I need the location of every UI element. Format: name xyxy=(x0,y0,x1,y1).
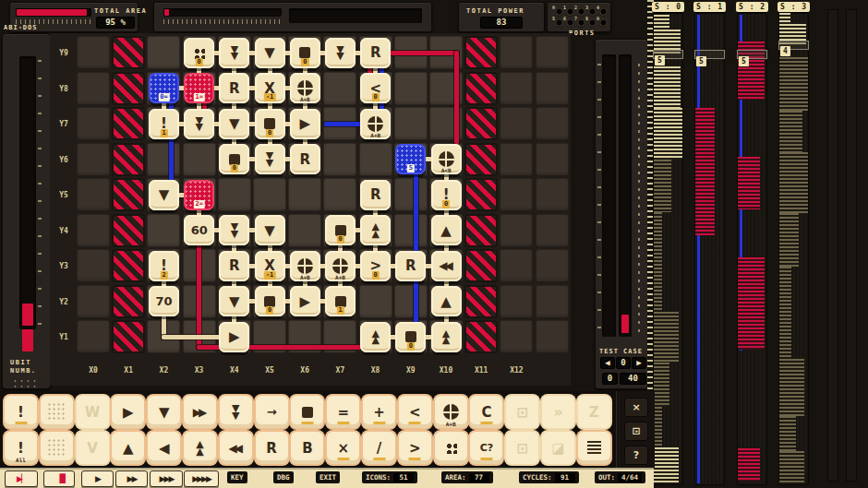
hatch-cell[interactable] xyxy=(112,36,145,69)
hatch-cell[interactable] xyxy=(464,36,498,69)
status-key-button[interactable]: KEY xyxy=(227,471,247,483)
tile-circ[interactable]: A+B xyxy=(360,109,391,139)
tile-R[interactable]: R xyxy=(360,38,391,68)
grid-cell[interactable] xyxy=(359,285,392,318)
grid-cell[interactable] xyxy=(536,143,569,176)
grid-cell[interactable] xyxy=(536,249,569,282)
port-socket[interactable] xyxy=(588,19,597,28)
palette-V-button[interactable]: V xyxy=(77,432,109,464)
grid-cell[interactable] xyxy=(536,178,569,211)
tile-dd[interactable]: ▼▼ xyxy=(219,215,249,245)
grid-cell[interactable] xyxy=(536,320,569,353)
hatch-cell[interactable] xyxy=(464,285,498,318)
grid-cell[interactable] xyxy=(147,214,180,247)
grid-cell[interactable] xyxy=(394,214,428,247)
palette-chev-button[interactable]: » xyxy=(542,396,574,428)
stack-column[interactable] xyxy=(694,13,725,485)
palette-B-button[interactable]: B xyxy=(291,432,323,464)
grid-cell[interactable] xyxy=(359,143,392,176)
palette-mul-button[interactable]: × xyxy=(327,432,359,464)
test-case-next-button[interactable]: ▶ xyxy=(632,357,646,369)
grid-cell[interactable] xyxy=(500,320,533,353)
grid-cell[interactable] xyxy=(77,36,110,69)
tile-mem-red[interactable]: 1= xyxy=(184,73,214,103)
grid-cell[interactable] xyxy=(183,143,216,176)
grid-cell[interactable] xyxy=(394,107,428,140)
grid-cell[interactable] xyxy=(323,72,356,105)
palette-doc-button[interactable] xyxy=(578,432,610,464)
hatch-cell[interactable] xyxy=(112,214,145,247)
test-case-prev-button[interactable]: ◀ xyxy=(600,357,615,369)
hatch-cell[interactable] xyxy=(112,107,145,140)
tile-sq[interactable]: 0 xyxy=(290,38,320,68)
tile-r[interactable]: ▶ xyxy=(219,322,249,352)
grid-cell[interactable] xyxy=(288,214,321,247)
grid-cell[interactable] xyxy=(77,214,110,247)
grid-cell[interactable] xyxy=(500,36,533,69)
pause-button[interactable]: ▐▐ xyxy=(43,470,75,487)
tile-d[interactable]: ▼ xyxy=(219,286,249,316)
tile-dd[interactable]: ▼▼ xyxy=(325,38,356,68)
stack-column[interactable] xyxy=(653,13,683,485)
tile-X[interactable]: X-1 xyxy=(255,251,285,281)
port-socket[interactable] xyxy=(555,19,563,28)
palette-rr-button[interactable]: ▶▶ xyxy=(184,396,216,428)
palette-grid-button[interactable] xyxy=(435,432,467,464)
tile-sq[interactable]: 1 xyxy=(325,286,356,316)
hatch-cell[interactable] xyxy=(112,143,145,176)
tile-grid[interactable]: 0 xyxy=(184,38,214,68)
tile-num[interactable]: 70 xyxy=(149,286,179,316)
hatch-cell[interactable] xyxy=(112,320,145,353)
palette-sq-button[interactable] xyxy=(291,396,323,428)
port-socket[interactable] xyxy=(577,8,585,17)
port-socket[interactable] xyxy=(577,19,585,28)
grid-cell[interactable] xyxy=(500,249,533,282)
port-socket[interactable] xyxy=(566,8,574,17)
grid-cell[interactable] xyxy=(500,178,533,211)
close-button[interactable]: × xyxy=(624,398,648,417)
grid-cell[interactable] xyxy=(77,249,110,282)
tile-bang[interactable]: !1 xyxy=(149,109,179,139)
tile-num[interactable]: 60 xyxy=(184,215,214,245)
palette-ar-button[interactable]: → xyxy=(256,396,288,428)
tile-bang[interactable]: !2 xyxy=(149,251,179,281)
hatch-cell[interactable] xyxy=(464,214,498,247)
grid-cell[interactable] xyxy=(500,143,533,176)
port-socket[interactable] xyxy=(588,8,597,17)
palette-bang-button[interactable]: ! xyxy=(5,396,37,428)
grid-cell[interactable] xyxy=(394,285,428,318)
grid-cell[interactable] xyxy=(77,143,110,176)
status-dbg-button[interactable]: DBG xyxy=(273,471,294,483)
tile-R[interactable]: R xyxy=(219,73,249,103)
tile-circ[interactable]: A<B xyxy=(431,144,462,174)
hatch-cell[interactable] xyxy=(464,107,498,140)
tile-sq[interactable]: 0 xyxy=(219,144,249,174)
palette-uu-button[interactable]: ▲▲ xyxy=(184,432,216,464)
play-x1-button[interactable]: ▶ xyxy=(81,470,114,487)
tile-R[interactable]: R xyxy=(395,251,426,281)
tile-X[interactable]: X-1 xyxy=(255,73,285,103)
tile-lt[interactable]: <0 xyxy=(360,73,391,103)
hatch-cell[interactable] xyxy=(464,178,498,211)
play-x2-button[interactable]: ▶▶ xyxy=(115,470,148,487)
port-socket[interactable] xyxy=(599,19,608,28)
tile-bang[interactable]: !0 xyxy=(431,180,462,210)
palette-slash-button[interactable]: / xyxy=(363,432,395,464)
palette-ll-button[interactable]: ◀◀ xyxy=(220,432,252,464)
grid-cell[interactable] xyxy=(77,285,110,318)
palette-C-button[interactable]: C xyxy=(470,396,502,428)
grid-cell[interactable] xyxy=(147,36,180,69)
palette-u-button[interactable]: ▲ xyxy=(112,432,144,464)
play-x4-button[interactable]: ▶▶▶▶ xyxy=(184,470,219,487)
hatch-cell[interactable] xyxy=(112,178,145,211)
palette-diag-button[interactable]: ◪ xyxy=(542,432,574,464)
grid-cell[interactable] xyxy=(77,72,110,105)
tile-uu[interactable]: ▲▲ xyxy=(360,215,391,245)
palette-W-button[interactable]: W xyxy=(77,396,109,428)
tile-sq[interactable]: 0 xyxy=(255,109,285,139)
palette-plus-button[interactable]: + xyxy=(363,396,395,428)
palette-corners-button[interactable]: ⊡ xyxy=(506,396,538,428)
tile-gt[interactable]: >0 xyxy=(360,251,391,281)
tile-sq[interactable]: 0 xyxy=(325,215,356,245)
grid-cell[interactable] xyxy=(536,72,569,105)
